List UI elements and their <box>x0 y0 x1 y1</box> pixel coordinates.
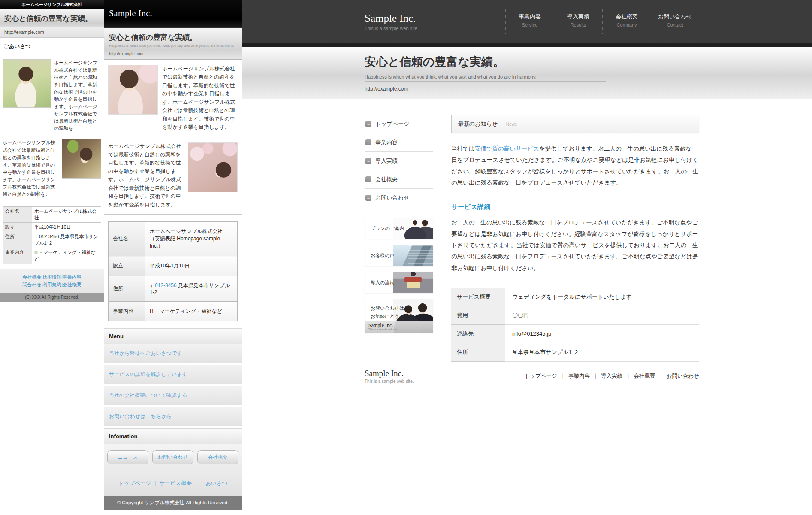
photo-woman-park <box>3 59 51 108</box>
arrow-icon <box>365 176 371 182</box>
business-label: 事業内容 <box>109 302 145 321</box>
company-name-jp: ホームページサンプル株式会社 <box>150 228 233 235</box>
mobile-link-company[interactable]: 会社概要 <box>22 274 42 279</box>
contact-value: info@012345.jp <box>505 324 699 343</box>
sidebar-item-label: 導入実績 <box>375 157 398 165</box>
arrow-icon <box>365 139 371 145</box>
desktop-brand-tagline: This is a sample web site. <box>365 26 419 31</box>
footer-link-contact[interactable]: お問い合わせ <box>667 373 699 379</box>
table-row: 住所 見本県見本市サンプル1−2 <box>451 343 699 361</box>
mobile-link-terms[interactable]: 利用規約 <box>42 282 63 287</box>
desktop-brand-block: Sample Inc. This is a sample web site. <box>365 12 419 31</box>
footer-brand-block: Sample Inc. This is a sample web site. <box>365 369 414 384</box>
company-name-label: 会社名 <box>109 222 145 256</box>
tablet-menu-item-greeting[interactable]: 当社から皆様へごあいさつです <box>104 344 242 363</box>
nav-item-results[interactable]: 導入実績 Results <box>554 9 602 34</box>
tablet-info-heading: Infomation <box>104 428 242 444</box>
sidebar-item-contact[interactable]: お問い合わせ <box>365 189 433 207</box>
sidebar-item-results[interactable]: 導入実績 <box>365 152 433 170</box>
company-name-value: ホームページサンプル株式会社 <box>32 206 101 222</box>
sidebar-item-label: 会社概要 <box>375 176 398 183</box>
address-value: 〒012-3456 見本県見本市サンプル1−2 <box>32 232 101 248</box>
contact-banner-brand: Sample Inc. This is a sample web site. <box>365 321 433 333</box>
sidebar-item-company[interactable]: 会社概要 <box>365 170 433 189</box>
photo-model-house <box>393 272 433 293</box>
tablet-button-row: ニュース お問い合わせ 会社概要 <box>104 444 242 471</box>
desktop-main-nav: 事業内容 Service 導入実績 Results 会社概要 Company お… <box>505 9 699 34</box>
founded-label: 設立 <box>3 222 32 232</box>
contact-button[interactable]: お問い合わせ <box>152 450 193 464</box>
mobile-hero: 安心と信頼の豊富な実績。 <box>0 9 104 27</box>
mobile-intro-text-2: ホームページサンプル株式会社では最新技術と自然との調和を目指します。革新的な技術… <box>3 139 59 197</box>
footer-link-top[interactable]: トップページ <box>524 373 568 379</box>
sidebar-item-label: お問い合わせ <box>375 194 409 202</box>
desktop-site-header: Sample Inc. This is a sample web site. 事… <box>242 0 812 43</box>
tablet-menu-item-contact[interactable]: お問い合わせはこちらから <box>104 407 242 426</box>
company-name-value: ホームページサンプル株式会社 （英語表記 Homepage sample Inc… <box>145 222 238 256</box>
nav-item-contact[interactable]: お問い合わせ Contact <box>651 9 699 34</box>
banner-plan-guide[interactable]: プランのご案内 <box>365 218 433 239</box>
footer-link-results[interactable]: 導入実績 <box>601 373 634 379</box>
sidebar-item-service[interactable]: 事業内容 <box>365 133 433 152</box>
tablet-preview-panel: Sample Inc. 安心と信頼の豊富な実績。 Happiness is wh… <box>104 0 242 510</box>
cost-label: 費用 <box>451 306 505 324</box>
tablet-copyright: © Copyright サンプル株式会社 All Rights Reseved. <box>104 496 242 510</box>
contact-banner-line1: お問い合わせは <box>371 306 404 311</box>
desktop-content-columns: トップページ 事業内容 導入実績 会社概要 お問い合わせ <box>365 99 699 362</box>
tablet-menu-item-service[interactable]: サービスの詳細を解説しています <box>104 365 242 384</box>
arrow-icon <box>365 195 371 201</box>
tablet-intro-block-2: ホームページサンプル株式会社では最新技術と自然との調和を目指します。革新的な技術… <box>104 137 242 215</box>
nav-label-jp: 導入実績 <box>554 13 602 21</box>
mobile-intro-block-2: ホームページサンプル株式会社では最新技術と自然との調和を目指します。革新的な技術… <box>0 137 104 203</box>
table-row: 住所 〒012-3456 見本県見本市サンプル1-2 <box>109 276 238 302</box>
business-label: 事業内容 <box>3 248 32 264</box>
nav-label-jp: 会社概要 <box>603 13 651 21</box>
tablet-footer-link-top[interactable]: トップページ <box>118 480 160 486</box>
arrow-icon <box>365 121 371 127</box>
nav-item-service[interactable]: 事業内容 Service <box>505 9 554 34</box>
photo-woman-spring <box>108 65 158 115</box>
news-button[interactable]: ニュース <box>107 450 148 464</box>
tablet-site-url: http://example.com <box>109 51 237 56</box>
footer-link-company[interactable]: 会社概要 <box>634 373 667 379</box>
quality-service-link[interactable]: 安価で質の高いサービス <box>475 145 539 152</box>
mobile-company-table: 会社名 ホームページサンプル株式会社 設立 平成10年1月10日 住所 〒012… <box>3 206 101 264</box>
tablet-footer-links: トップページサービス概要ごあいさつ <box>104 471 242 496</box>
mobile-link-company2[interactable]: 会社概要 <box>63 282 82 287</box>
table-row: 住所 〒012-3456 見本県見本市サンプル1−2 <box>3 232 101 248</box>
company-button[interactable]: 会社概要 <box>197 450 238 464</box>
photo-woman-sakura <box>188 142 238 192</box>
mobile-footer-links-row2: 問合わせ利用規約会社概要 <box>0 281 104 288</box>
tablet-footer-link-service[interactable]: サービス概要 <box>159 480 200 486</box>
tablet-footer-link-greeting[interactable]: ごあいさつ <box>200 480 227 486</box>
nav-label-en: Contact <box>651 22 699 27</box>
business-value: IT・マーケティング・福祉など <box>145 302 238 321</box>
mobile-link-tech[interactable]: 技術情報 <box>42 274 63 279</box>
banner-intro-flow[interactable]: 導入の流れ <box>365 272 433 293</box>
tablet-menu-item-company[interactable]: 当社の会社概要について確認する <box>104 386 242 405</box>
desktop-hero: 安心と信頼の豊富な実績。 Happiness is when what you … <box>242 47 812 99</box>
table-row: 事業内容 IT・マーケティング・福祉など <box>109 302 238 321</box>
mobile-site-header: ホームページサンプル株式会社 <box>0 0 104 9</box>
footer-link-service[interactable]: 事業内容 <box>568 373 601 379</box>
mobile-site-url: http://example.com <box>0 27 104 38</box>
desktop-sidebar: トップページ 事業内容 導入実績 会社概要 お問い合わせ <box>365 115 433 362</box>
news-paragraph: 当社では安価で質の高いサービスを提供しております。お二人の一生の思い出に残る素敵… <box>451 143 699 188</box>
service-overview-value: ウェディングをトータルにサポートいたします <box>505 288 699 306</box>
mobile-link-business[interactable]: 事業内容 <box>63 274 82 279</box>
tablet-hero-subtitle: Happiness is when what you think, what y… <box>109 44 237 48</box>
desktop-footer: Sample Inc. This is a sample web site. ト… <box>296 362 812 393</box>
nav-label-en: Service <box>506 22 554 27</box>
paragraph-text: 当社では <box>451 145 475 152</box>
banner-customer-voice[interactable]: お客様の声 <box>365 245 433 266</box>
nav-label-jp: 事業内容 <box>506 13 554 21</box>
mobile-link-contact[interactable]: 問合わせ <box>22 282 42 287</box>
banner-contact[interactable]: お問い合わせは お気軽にどうぞ Sample Inc. This is a sa… <box>365 299 433 333</box>
nav-item-company[interactable]: 会社概要 Company <box>602 9 651 34</box>
sidebar-item-top[interactable]: トップページ <box>365 115 433 133</box>
company-name-en: （英語表記 Homepage sample Inc.） <box>150 235 233 250</box>
tablet-hero-title: 安心と信頼の豊富な実績。 <box>109 33 237 42</box>
sidebar-item-label: 事業内容 <box>375 139 398 146</box>
mobile-greeting-heading: ごあいさつ <box>0 38 104 54</box>
postal-code-link[interactable]: 012-3456 <box>155 282 177 288</box>
